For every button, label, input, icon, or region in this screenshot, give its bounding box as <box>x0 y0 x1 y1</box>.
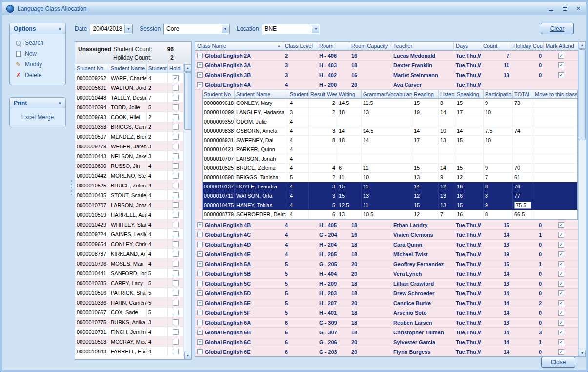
scroll-down-icon[interactable]: ▼ <box>579 350 586 357</box>
date-picker[interactable]: 20/04/2018 ▼ <box>90 24 133 34</box>
hold-checkbox[interactable] <box>173 310 179 315</box>
detail-row[interactable]: 0000008779SCHROEDER, Deirc461310.5127168… <box>203 210 577 219</box>
unassigned-row[interactable]: 0000010443NELSON, Jakee3 <box>75 151 184 161</box>
mark-attend-checkbox[interactable]: ✓ <box>558 281 564 287</box>
class-row[interactable]: +Global English 4D4H - 20418Cara QuinnTu… <box>195 240 578 249</box>
unassigned-row[interactable]: 0000010513MCCRAY, Mical4 <box>75 337 184 347</box>
hold-checkbox[interactable] <box>173 290 179 296</box>
unassigned-row[interactable]: 0000005601WALTON, Jord2 <box>75 83 184 93</box>
unassigned-row[interactable]: 0000010706MOSES, Mari4 <box>75 259 184 269</box>
unassigned-row[interactable]: 0000010643FARRELL, Erica4 <box>75 347 184 356</box>
class-row[interactable]: +Global English 5B5H - 40420Vera LynchTu… <box>195 269 578 279</box>
expand-icon[interactable]: + <box>197 290 203 296</box>
unassigned-row[interactable]: 0000010791FINCH, Jemima4 <box>75 327 184 337</box>
mark-attend-checkbox[interactable]: ✓ <box>558 349 564 355</box>
detail-row[interactable]: 0000009838OSBORN, Amela431414.51410147.5… <box>203 126 577 136</box>
dropdown-icon[interactable]: ▼ <box>124 25 132 33</box>
class-row[interactable]: +Global English 4C4G - 20416Vivien Clemo… <box>195 230 578 240</box>
unassigned-row[interactable]: 0000010600RUSSO, Jin4 <box>75 161 184 171</box>
detail-col-header[interactable]: Move to this class: <box>533 90 577 98</box>
hold-checkbox[interactable] <box>173 319 179 325</box>
unassigned-row[interactable]: 0000010525BRUCE, Zelenia4 <box>75 181 184 190</box>
session-select[interactable]: Core ▼ <box>163 24 230 34</box>
unassigned-row[interactable]: 0000009693COOK, Hilel2 <box>75 112 184 122</box>
sidebar-item-delete[interactable]: ✗ Delete <box>10 70 65 81</box>
hold-checkbox[interactable] <box>173 114 179 120</box>
col-mark-attend[interactable]: Mark Attend <box>544 42 578 50</box>
unassigned-row[interactable]: 0000009724GAINES, Leslie4 <box>75 229 184 239</box>
class-row[interactable]: +Global English 4E4H - 20518Michael Twis… <box>195 249 578 259</box>
col-hold[interactable]: Hold <box>168 64 184 73</box>
detail-col-header[interactable]: Speaking <box>455 90 484 98</box>
unassigned-row[interactable]: 0000010441SANFORD, Ion5 <box>75 269 184 278</box>
hold-checkbox[interactable] <box>173 124 179 130</box>
hold-checkbox[interactable] <box>173 95 179 101</box>
move-to-class-cell[interactable] <box>533 99 577 107</box>
detail-col-header[interactable]: Result Week <box>309 90 337 98</box>
sidebar-item-excel-merge[interactable]: Excel Merge <box>10 112 65 123</box>
unassigned-row[interactable]: 0000010353BRIGGS, Camer2 <box>75 122 184 132</box>
col-student-name[interactable]: Student Name <box>109 64 147 73</box>
scroll-up-icon[interactable]: ▲ <box>184 64 191 72</box>
detail-row[interactable]: 0000010711WATSON, Orla431513121316877 <box>203 191 577 201</box>
unassigned-row[interactable]: 0000009779WEBER, Jared3 <box>75 142 184 151</box>
class-row[interactable]: +Global English 6B6G - 30718Christopher … <box>195 328 578 337</box>
hold-checkbox[interactable]: ✓ <box>173 75 179 81</box>
expand-icon[interactable]: + <box>197 281 203 286</box>
hold-checkbox[interactable] <box>173 349 179 354</box>
detail-col-header[interactable]: Grammar/Vocabulary <box>362 90 412 98</box>
hold-checkbox[interactable] <box>173 300 179 306</box>
class-row[interactable]: +Global English 5E5H - 20720Candice Burk… <box>195 298 578 308</box>
hold-checkbox[interactable] <box>173 241 179 247</box>
class-row[interactable]: +Global English 3B3H - 40216Mariet Stein… <box>195 70 578 80</box>
mark-attend-checkbox[interactable]: ✓ <box>558 72 564 78</box>
dropdown-icon[interactable]: ▼ <box>312 25 319 33</box>
move-to-class-cell[interactable] <box>533 154 577 163</box>
unassigned-row[interactable]: 0000010336HAHN, Camera5 <box>75 298 184 308</box>
mark-attend-checkbox[interactable]: ✓ <box>558 251 564 257</box>
unassigned-row[interactable]: 0000008787KIRKLAND, Artl4 <box>75 249 184 259</box>
detail-row[interactable]: 0000010421PARKER, Quinn4 <box>203 145 577 154</box>
class-row[interactable]: +Global English 6E6G - 20320Flynn Burges… <box>195 347 578 356</box>
close-button[interactable]: Close <box>541 357 575 368</box>
unassigned-row[interactable]: 0000010435STOUT, Scarlet4 <box>75 190 184 200</box>
col-days[interactable]: Days <box>454 42 481 50</box>
mark-attend-checkbox[interactable]: ✓ <box>558 271 564 277</box>
detail-row[interactable]: 0000010707LARSON, Jonah4 <box>203 154 577 164</box>
col-count[interactable]: Count <box>481 42 511 50</box>
expand-icon[interactable]: + <box>197 222 203 227</box>
hold-checkbox[interactable] <box>173 173 179 179</box>
detail-col-header[interactable]: TOTAL <box>513 90 533 98</box>
expand-icon[interactable]: + <box>197 339 203 345</box>
mark-attend-checkbox[interactable]: ✓ <box>558 330 564 335</box>
hold-checkbox[interactable] <box>173 104 179 110</box>
detail-row[interactable]: 0000009359ODOM, Julie4 <box>203 117 577 126</box>
hold-checkbox[interactable] <box>173 339 179 345</box>
col-class-level[interactable]: Class Level <box>283 42 317 50</box>
unassigned-row[interactable]: 0000010519HARRELL, Audr4 <box>75 210 184 220</box>
col-teacher[interactable]: Teacher <box>391 42 454 50</box>
mark-attend-checkbox[interactable]: ✓ <box>558 320 564 326</box>
expand-icon[interactable]: + <box>197 310 203 315</box>
detail-row[interactable]: 0000009618CONLEY, Mary4214.511.515815973 <box>203 99 577 108</box>
detail-col-header[interactable]: Student <box>288 90 309 98</box>
move-to-class-cell[interactable] <box>533 145 577 154</box>
unassigned-row[interactable]: 0000010775BURKS, Anika3 <box>75 317 184 327</box>
expand-icon[interactable]: + <box>197 300 203 306</box>
move-to-class-cell[interactable] <box>533 136 577 145</box>
dropdown-icon[interactable]: ▼ <box>222 25 229 33</box>
unassigned-row[interactable]: 0000010707LARSON, Jonal4 <box>75 200 184 210</box>
detail-col-header[interactable]: Student Name <box>235 90 288 98</box>
move-to-class-cell[interactable] <box>533 173 577 182</box>
scroll-thumb[interactable] <box>184 72 191 130</box>
total-cell[interactable]: 75.5 <box>513 201 533 209</box>
col-class-name[interactable]: Class Name▲ <box>195 42 283 50</box>
unassigned-row[interactable]: 0000010335CAREY, Lacy5 <box>75 278 184 288</box>
expand-icon[interactable]: + <box>197 72 203 78</box>
move-to-class-cell[interactable] <box>533 210 577 219</box>
mark-attend-checkbox[interactable]: ✓ <box>558 242 564 248</box>
detail-col-header[interactable]: Student No <box>203 90 235 98</box>
detail-col-header[interactable]: Participation <box>484 90 513 98</box>
detail-row[interactable]: 0000010475HANEY, Tobias4512.511151315975… <box>203 201 577 210</box>
move-to-class-cell[interactable] <box>533 201 577 209</box>
